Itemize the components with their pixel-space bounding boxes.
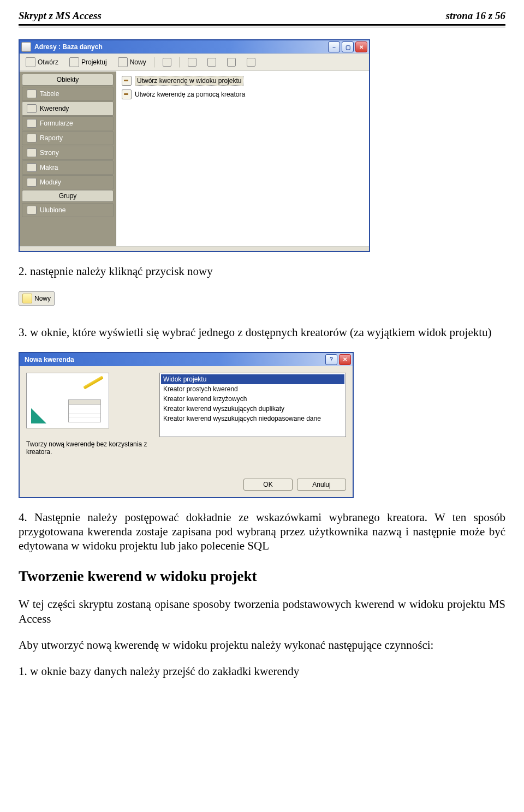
wizard-icon [122,89,132,99]
create-query-wizard[interactable]: Utwórz kwerendę za pomocą kreatora [120,88,366,100]
design-icon [69,57,79,67]
page-icon [27,148,37,157]
maximize-button[interactable]: ▢ [342,41,354,52]
query-type-list[interactable]: Widok projektu Kreator prostych kwerend … [159,373,346,437]
sidebar-item-reports[interactable]: Raporty [22,131,114,145]
sheet-icon [68,399,101,422]
sidebar-group-groups: Grupy [22,190,114,202]
create-query-design[interactable]: Utwórz kwerendę w widoku projektu [120,75,366,87]
sidebar-item-label: Makra [40,164,58,171]
new-icon [118,57,128,67]
ok-button[interactable]: OK [243,479,293,491]
sidebar-item-label: Formularze [40,120,73,127]
main-item-label: Utwórz kwerendę za pomocą kreatora [135,91,245,98]
sidebar-item-modules[interactable]: Moduły [22,175,114,189]
form-icon [27,119,37,128]
table-icon [27,89,37,98]
separator [179,57,180,68]
sidebar-item-label: Strony [40,149,59,157]
paragraph-6: Aby utworzyć nową kwerendę w widoku proj… [19,638,505,652]
wizard-icon [122,76,132,86]
view-small-icons-button[interactable] [204,56,219,68]
sidebar-item-forms[interactable]: Formularze [22,116,114,130]
view-list-button[interactable] [224,56,239,68]
favorites-icon [27,206,37,214]
delete-button[interactable] [159,56,175,68]
new-query-dialog: Nowa kwerenda ? ✕ Tworzy nową kwerendę b… [19,352,354,498]
main-item-label: Utwórz kwerendę w widoku projektu [135,76,243,86]
macro-icon [27,163,37,172]
sidebar-item-label: Raporty [40,134,63,142]
cancel-button[interactable]: Anuluj [297,479,346,491]
query-type-option[interactable]: Kreator kwerend krzyżowych [161,394,344,404]
help-button[interactable]: ? [325,354,337,365]
close-button[interactable]: ✕ [339,354,351,365]
query-type-option[interactable]: Kreator kwerend wyszukujących niedopasow… [161,414,344,423]
view-details-button[interactable] [243,56,259,68]
sidebar-item-queries[interactable]: Kwerendy [22,101,114,116]
titlebar: Adresy : Baza danych – ▢ ✕ [20,40,369,53]
dialog-title: Nowa kwerenda [21,356,324,363]
details-icon [247,58,255,67]
preview-image [26,373,109,428]
sidebar-item-tables[interactable]: Tabele [22,87,114,101]
rule-thick [19,24,505,26]
sidebar-item-label: Moduły [40,178,61,186]
sidebar: Obiekty Tabele Kwerendy Formularze Rapor… [20,71,116,246]
paragraph-7: 1. w oknie bazy danych należy przejść do… [19,664,505,678]
triangle-icon [31,408,46,423]
large-icons-icon [188,58,196,67]
sidebar-item-macros[interactable]: Makra [22,160,114,175]
rule-thin [19,27,505,27]
delete-icon [163,58,171,67]
app-icon [21,42,31,52]
paragraph-2: 2. następnie należy kliknąć przycisk now… [19,264,505,278]
query-type-option[interactable]: Kreator prostych kwerend [161,384,344,394]
header-right: strona 16 z 56 [446,10,505,22]
paragraph-5: W tej części skryptu zostaną opisane spo… [19,597,505,626]
open-icon [26,57,35,67]
new-button[interactable]: Nowy [115,56,150,69]
sidebar-item-favorites[interactable]: Ulubione [22,203,114,217]
open-button[interactable]: Otwórz [22,56,62,69]
new-label: Nowy [130,58,146,66]
new-query-button[interactable]: Nowy [19,291,55,306]
small-icons-icon [207,58,216,67]
separator [154,57,155,68]
sidebar-item-pages[interactable]: Strony [22,146,114,160]
module-icon [27,178,37,187]
list-icon [227,58,236,67]
heading-create-queries: Tworzenie kwerend w widoku projekt [19,568,505,585]
close-button[interactable]: ✕ [355,41,367,52]
paragraph-4: 4. Następnie należy postępować dokładnie… [19,510,505,553]
access-db-window: Adresy : Baza danych – ▢ ✕ Otwórz Projek… [19,39,370,252]
new-button-label: Nowy [34,295,51,302]
statusbar [20,246,369,251]
open-label: Otwórz [38,58,58,66]
sidebar-group-objects: Obiekty [22,74,114,86]
sidebar-item-label: Kwerendy [40,105,69,112]
pencil-icon [83,375,104,389]
design-button[interactable]: Projektuj [66,56,110,69]
query-type-option[interactable]: Widok projektu [161,374,344,384]
toolbar: Otwórz Projektuj Nowy [20,53,369,71]
sidebar-item-label: Tabele [40,90,59,98]
dialog-titlebar: Nowa kwerenda ? ✕ [20,353,353,366]
header-left: Skrypt z MS Access [19,10,102,22]
minimize-button[interactable]: – [328,41,340,52]
main-pane: Utwórz kwerendę w widoku projektu Utwórz… [116,71,369,246]
view-large-icons-button[interactable] [184,56,200,68]
report-icon [27,134,37,142]
dialog-description: Tworzy nową kwerendę bez korzystania z k… [26,440,152,456]
design-label: Projektuj [81,58,107,66]
new-icon [22,294,32,303]
query-icon [27,104,37,113]
sidebar-item-label: Ulubione [40,206,66,214]
query-type-option[interactable]: Kreator kwerend wyszukujących duplikaty [161,404,344,414]
paragraph-3: 3. w oknie, które wyświetli się wybrać j… [19,325,505,339]
window-title: Adresy : Baza danych [34,43,326,51]
